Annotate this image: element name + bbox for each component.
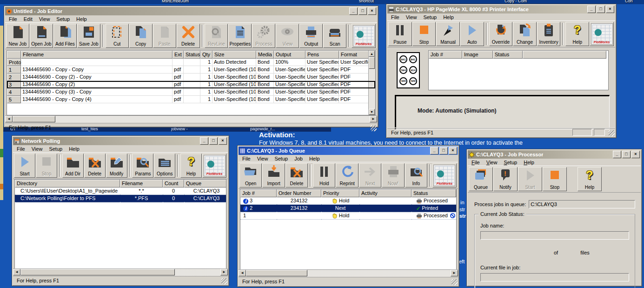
column-header-status[interactable]: Status (184, 51, 200, 59)
network-polling-modify-button[interactable]: Modify (106, 154, 127, 178)
job-queue-horizontal-scrollbar[interactable]: ◄► (239, 269, 458, 276)
network-polling-help-button[interactable]: ?Help (180, 154, 202, 178)
table-row[interactable]: 51344465690 - Copy - Copy (4)pdf1User-Sp… (7, 96, 375, 103)
job-processor-menu-file[interactable]: File (468, 160, 483, 165)
job-editor-titlebar[interactable]: Untitled - Job Editor _□× (5, 7, 377, 15)
maximize-button[interactable]: □ (359, 7, 367, 15)
close-button[interactable]: × (631, 151, 640, 158)
column-header-blank[interactable] (7, 51, 21, 59)
job-editor-scan-button[interactable]: Scan (323, 24, 346, 48)
network-polling-params-button[interactable]: Params (132, 154, 153, 178)
scroll-track[interactable] (13, 116, 370, 122)
network-polling-menu-help[interactable]: Help (66, 146, 83, 152)
job-queue-now-button[interactable]: Now! (382, 163, 404, 188)
column-header-pens[interactable]: Pens (305, 51, 339, 59)
queue-path-field[interactable]: C:\CLAYQ3 (529, 200, 635, 208)
job-editor-revline-button[interactable]: RevLine (205, 24, 228, 48)
desktop-icon-label[interactable]: Con (625, 0, 633, 3)
job-editor-file-table[interactable]: FilenameExtStatusQtySizeMediaOutputPensF… (7, 50, 376, 115)
column-header-format[interactable]: Format (339, 51, 372, 59)
column-header-job[interactable]: Job # (429, 51, 462, 59)
row-header[interactable]: 5 (7, 96, 21, 103)
job-queue-menu-help[interactable]: Help (306, 156, 323, 161)
job-queue-menu-view[interactable]: View (254, 156, 272, 161)
column-header-priority[interactable]: Priority (321, 189, 359, 197)
printer-interface-override-button[interactable]: Override (489, 22, 513, 46)
job-editor-delete-button[interactable]: Delete (177, 24, 200, 48)
column-header-filename[interactable]: Filename (21, 51, 173, 59)
table-row[interactable]: 1HoldProcessed (240, 212, 456, 220)
printer-interface-menu-help[interactable]: Help (440, 14, 457, 20)
job-editor-output-button[interactable]: Output (299, 24, 323, 48)
printer-job-table[interactable]: Job #ImageStatus (428, 50, 609, 90)
job-queue-delete-button[interactable]: Delete (285, 163, 308, 188)
network-polling-options-button[interactable]: Options (154, 154, 175, 178)
job-editor-menu-help[interactable]: Help (73, 16, 90, 22)
column-header-pr[interactable]: Pr (456, 189, 457, 197)
printer-interface-inventory-button[interactable]: Inventory (537, 22, 561, 46)
maximize-button[interactable]: □ (209, 137, 218, 145)
job-queue-open-button[interactable]: Open (239, 163, 262, 188)
column-header-output[interactable]: Output (274, 51, 305, 59)
printer-interface-plotworks-button[interactable]: PlotWorks (590, 22, 614, 46)
scroll-right-arrow[interactable]: ► (451, 270, 458, 276)
table-row[interactable]: C:\Network Polling\Folder to PFS*.PFS0C:… (15, 195, 226, 202)
column-header-count[interactable]: Count (163, 180, 184, 188)
column-header-queue[interactable]: Queue (184, 180, 226, 188)
printer-interface-change-button[interactable]: Change (513, 22, 537, 46)
job-editor-process-button[interactable]: Process (252, 24, 275, 48)
scroll-track[interactable] (20, 269, 220, 275)
job-editor-horizontal-scrollbar[interactable]: ◄► (5, 115, 377, 122)
maximize-button[interactable]: □ (597, 6, 605, 13)
job-queue-reprint-button[interactable]: Reprint (336, 163, 358, 188)
column-header-image[interactable]: Image (462, 51, 493, 59)
job-editor-save-job-button[interactable]: Save Job (77, 24, 100, 48)
close-button[interactable]: × (219, 137, 227, 145)
current-file-field[interactable] (480, 273, 629, 281)
job-processor-stop-button[interactable]: Stop (543, 167, 567, 191)
close-button[interactable]: × (606, 6, 614, 13)
scroll-thumb[interactable] (20, 269, 175, 275)
table-row[interactable]: 41344465690 - Copy (3) - Copypdf1User-Sp… (7, 88, 375, 96)
scroll-right-arrow[interactable]: ► (220, 269, 228, 275)
scroll-track[interactable] (246, 270, 451, 276)
job-queue-hold-button[interactable]: Hold (313, 163, 335, 188)
job-editor-new-job-button[interactable]: New Job (6, 24, 29, 48)
job-editor-menu-file[interactable]: File (6, 16, 20, 22)
table-row[interactable]: i2234132Next✓Printed (240, 205, 456, 212)
column-header-size[interactable]: Size (212, 51, 256, 59)
job-editor-paste-button[interactable]: Paste (153, 24, 176, 48)
desktop-icon-label[interactable]: Copy - Com (505, 0, 527, 3)
network-polling-plotworks-button[interactable]: PlotWorks (202, 154, 226, 178)
scroll-up-arrow[interactable]: ▲ (369, 51, 375, 57)
job-queue-next-button[interactable]: Next (359, 163, 381, 188)
desktop-icon-label[interactable]: MsrtEmbeJum (162, 0, 189, 3)
minimize-button[interactable]: _ (430, 147, 438, 154)
job-queue-menu-file[interactable]: File (239, 156, 254, 161)
column-header-status[interactable]: Status (493, 51, 523, 59)
job-processor-start-button[interactable]: Start (518, 167, 542, 191)
column-header-status[interactable]: Status (412, 189, 456, 197)
job-processor-help-button[interactable]: ?Help (578, 167, 602, 191)
scroll-right-arrow[interactable]: ► (370, 116, 377, 122)
close-button[interactable]: × (368, 7, 376, 15)
job-editor-copy-button[interactable]: Copy (129, 24, 153, 48)
scroll-left-arrow[interactable]: ◄ (239, 270, 246, 276)
job-editor-open-job-button[interactable]: Open Job (30, 24, 53, 48)
column-header-blank[interactable] (523, 51, 606, 59)
column-header-media[interactable]: Media (256, 51, 274, 59)
job-editor-properties-button[interactable]: Properties (228, 24, 252, 48)
network-polling-stop-button[interactable]: Stop (36, 154, 57, 178)
close-button[interactable]: × (449, 147, 457, 154)
printer-interface-menu-setup[interactable]: Setup (420, 14, 440, 20)
job-editor-add-files-button[interactable]: Add Files (53, 24, 77, 48)
row-header[interactable]: Proto (7, 59, 21, 66)
table-row[interactable]: Proto1Auto DetectedBond100%User Specifie… (7, 59, 375, 66)
job-editor-menu-view[interactable]: View (36, 16, 53, 22)
scroll-thumb[interactable] (13, 116, 55, 122)
minimize-button[interactable]: _ (613, 151, 621, 158)
job-queue-info-button[interactable]: Info (405, 163, 427, 188)
table-row[interactable]: i3234132HoldProcessed (240, 197, 456, 205)
column-header-order-number[interactable]: Order Number (277, 189, 321, 197)
network-polling-menu-setup[interactable]: Setup (46, 146, 66, 152)
